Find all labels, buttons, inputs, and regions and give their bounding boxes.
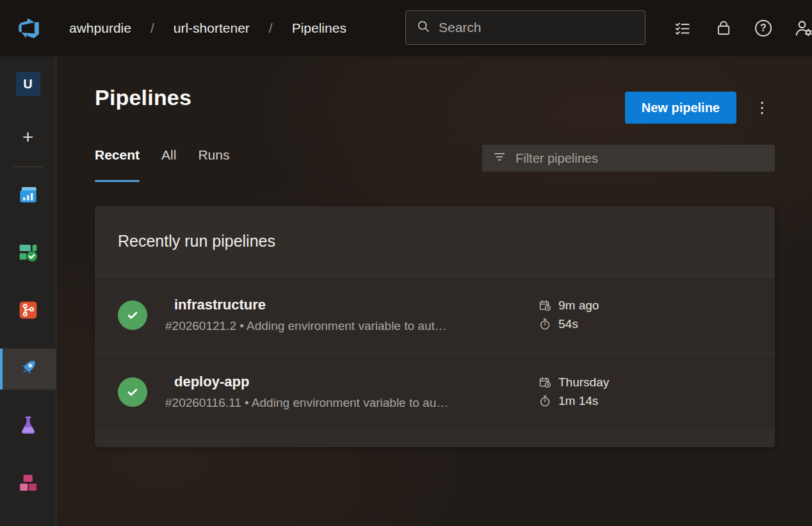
help-icon[interactable]: ?	[751, 15, 776, 41]
success-check-icon	[118, 377, 147, 407]
search-box	[405, 10, 646, 45]
pipeline-row-text: infrastructure #20260121.2 • Adding envi…	[165, 297, 539, 333]
sidebar-item-pipelines[interactable]	[0, 349, 56, 390]
pipeline-run-description: #20260121.2 • Adding environment variabl…	[165, 319, 539, 333]
search-input[interactable]	[439, 20, 636, 35]
azure-devops-logo-icon[interactable]	[17, 16, 41, 40]
topbar: awhpurdie / url-shortener / Pipelines ?	[0, 0, 812, 56]
user-settings-icon[interactable]	[791, 15, 812, 41]
marketplace-bag-icon[interactable]	[711, 15, 736, 41]
filter-box	[482, 145, 775, 172]
pipeline-row-deploy-app[interactable]: deploy-app #20260116.11 • Adding environ…	[95, 353, 775, 430]
repos-icon	[18, 300, 38, 323]
test-plans-icon	[18, 415, 38, 438]
overview-icon	[18, 185, 38, 208]
project-avatar[interactable]: U	[16, 72, 40, 96]
sidebar-nav	[0, 176, 56, 505]
run-date: Thursday	[558, 375, 609, 390]
pipeline-run-description: #20260116.11 • Adding environment variab…	[165, 396, 539, 410]
more-options-button[interactable]: ⋮	[748, 92, 776, 124]
tab-bar: Recent All Runs	[95, 147, 229, 182]
pipeline-name: deploy-app	[174, 374, 539, 390]
pipeline-name: infrastructure	[174, 297, 539, 313]
sidebar-item-artifacts[interactable]	[0, 464, 56, 505]
artifacts-icon	[18, 473, 38, 496]
breadcrumb-org[interactable]: awhpurdie	[69, 21, 131, 36]
run-date-line: Thursday	[539, 375, 752, 390]
sidebar-item-test-plans[interactable]	[0, 406, 56, 447]
breadcrumb-project[interactable]: url-shortener	[174, 21, 250, 36]
pipeline-row-text: deploy-app #20260116.11 • Adding environ…	[165, 374, 539, 410]
success-check-icon	[118, 300, 147, 330]
run-duration-line: 1m 14s	[539, 394, 752, 408]
card-header: Recently run pipelines	[95, 206, 775, 276]
breadcrumb-page[interactable]: Pipelines	[292, 21, 346, 36]
header-actions: New pipeline ⋮	[625, 92, 776, 124]
pipeline-row-meta: 9m ago 54s	[539, 299, 752, 331]
main-content: Pipelines New pipeline ⋮ Recent All Runs…	[56, 56, 812, 526]
pipelines-icon	[17, 357, 39, 381]
search-icon	[416, 19, 430, 36]
filter-pipelines-input[interactable]	[516, 151, 767, 166]
pipeline-row-infrastructure[interactable]: infrastructure #20260121.2 • Adding envi…	[95, 276, 775, 353]
sidebar-item-overview[interactable]	[0, 176, 56, 217]
run-duration: 54s	[558, 317, 578, 331]
task-list-icon[interactable]	[669, 15, 695, 41]
sidebar: U +	[0, 56, 56, 526]
run-date-line: 9m ago	[539, 299, 752, 313]
breadcrumb-separator: /	[150, 21, 154, 36]
page-title: Pipelines	[95, 85, 191, 110]
stopwatch-icon	[539, 318, 551, 331]
sidebar-divider	[14, 167, 42, 167]
sidebar-item-boards[interactable]	[0, 233, 56, 274]
boards-icon	[18, 242, 38, 265]
calendar-clock-icon	[539, 299, 551, 312]
breadcrumb: awhpurdie / url-shortener / Pipelines	[69, 0, 346, 56]
run-duration-line: 54s	[539, 317, 752, 331]
calendar-clock-icon	[539, 376, 551, 389]
breadcrumb-separator: /	[269, 21, 273, 36]
stopwatch-icon	[539, 395, 551, 407]
filter-funnel-icon	[492, 150, 507, 167]
question-mark-glyph: ?	[755, 20, 772, 37]
recently-run-card: Recently run pipelines infrastructure #2…	[95, 206, 775, 447]
tab-runs[interactable]: Runs	[198, 147, 229, 182]
sidebar-item-repos[interactable]	[0, 291, 56, 332]
new-pipeline-button[interactable]: New pipeline	[625, 92, 736, 124]
tab-all[interactable]: All	[161, 147, 176, 182]
tab-recent[interactable]: Recent	[95, 147, 140, 182]
add-project-item-button[interactable]: +	[15, 124, 41, 150]
run-date: 9m ago	[558, 299, 599, 313]
run-duration: 1m 14s	[558, 394, 598, 408]
pipeline-row-meta: Thursday 1m 14s	[539, 375, 752, 408]
